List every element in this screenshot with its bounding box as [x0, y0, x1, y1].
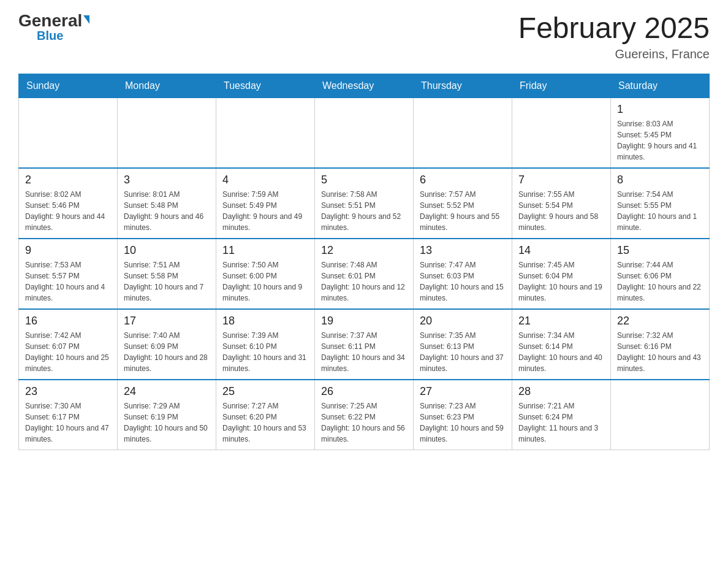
day-number: 16 [25, 315, 111, 327]
day-number: 2 [25, 174, 111, 186]
month-title: February 2025 [518, 12, 710, 45]
day-number: 23 [25, 385, 111, 398]
day-cell [611, 380, 710, 450]
day-cell: 10Sunrise: 7:51 AM Sunset: 5:58 PM Dayli… [118, 239, 216, 309]
day-info: Sunrise: 7:59 AM Sunset: 5:49 PM Dayligh… [222, 189, 308, 233]
day-info: Sunrise: 8:03 AM Sunset: 5:45 PM Dayligh… [617, 118, 703, 163]
week-row-3: 9Sunrise: 7:53 AM Sunset: 5:57 PM Daylig… [19, 239, 710, 309]
day-number: 18 [222, 315, 308, 327]
page-header: General Blue February 2025 Guereins, Fra… [18, 12, 710, 61]
day-number: 6 [420, 174, 506, 186]
day-info: Sunrise: 7:35 AM Sunset: 6:13 PM Dayligh… [420, 330, 506, 374]
day-cell [216, 98, 315, 168]
day-cell: 18Sunrise: 7:39 AM Sunset: 6:10 PM Dayli… [216, 309, 315, 380]
day-number: 10 [124, 244, 210, 257]
day-info: Sunrise: 7:53 AM Sunset: 5:57 PM Dayligh… [25, 259, 111, 304]
day-cell: 25Sunrise: 7:27 AM Sunset: 6:20 PM Dayli… [216, 380, 315, 450]
day-cell: 3Sunrise: 8:01 AM Sunset: 5:48 PM Daylig… [118, 168, 216, 239]
column-header-wednesday: Wednesday [315, 74, 414, 98]
day-cell: 27Sunrise: 7:23 AM Sunset: 6:23 PM Dayli… [414, 380, 512, 450]
logo-blue-text: Blue [37, 29, 63, 42]
week-row-4: 16Sunrise: 7:42 AM Sunset: 6:07 PM Dayli… [19, 309, 710, 380]
day-number: 5 [321, 174, 407, 186]
day-cell [19, 98, 118, 168]
day-info: Sunrise: 7:58 AM Sunset: 5:51 PM Dayligh… [321, 189, 407, 233]
day-cell: 6Sunrise: 7:57 AM Sunset: 5:52 PM Daylig… [414, 168, 512, 239]
day-cell: 16Sunrise: 7:42 AM Sunset: 6:07 PM Dayli… [19, 309, 118, 380]
day-cell: 19Sunrise: 7:37 AM Sunset: 6:11 PM Dayli… [315, 309, 414, 380]
logo-general-text: General [18, 12, 82, 29]
day-number: 3 [124, 174, 210, 186]
day-info: Sunrise: 7:40 AM Sunset: 6:09 PM Dayligh… [124, 330, 210, 374]
day-number: 27 [420, 385, 506, 398]
day-info: Sunrise: 7:25 AM Sunset: 6:22 PM Dayligh… [321, 400, 407, 445]
week-row-1: 1Sunrise: 8:03 AM Sunset: 5:45 PM Daylig… [19, 98, 710, 168]
day-info: Sunrise: 8:02 AM Sunset: 5:46 PM Dayligh… [25, 189, 111, 233]
day-cell: 17Sunrise: 7:40 AM Sunset: 6:09 PM Dayli… [118, 309, 216, 380]
day-cell: 11Sunrise: 7:50 AM Sunset: 6:00 PM Dayli… [216, 239, 315, 309]
day-number: 9 [25, 244, 111, 257]
day-cell: 24Sunrise: 7:29 AM Sunset: 6:19 PM Dayli… [118, 380, 216, 450]
column-header-friday: Friday [512, 74, 611, 98]
day-number: 25 [222, 385, 308, 398]
day-number: 20 [420, 315, 506, 327]
day-number: 7 [518, 174, 604, 186]
day-number: 11 [222, 244, 308, 257]
day-cell [118, 98, 216, 168]
day-number: 17 [124, 315, 210, 327]
day-cell: 13Sunrise: 7:47 AM Sunset: 6:03 PM Dayli… [414, 239, 512, 309]
day-number: 12 [321, 244, 407, 257]
logo: General Blue [18, 12, 89, 42]
day-cell: 26Sunrise: 7:25 AM Sunset: 6:22 PM Dayli… [315, 380, 414, 450]
day-cell: 15Sunrise: 7:44 AM Sunset: 6:06 PM Dayli… [611, 239, 710, 309]
day-cell [512, 98, 611, 168]
day-info: Sunrise: 7:27 AM Sunset: 6:20 PM Dayligh… [222, 400, 308, 445]
calendar-table: SundayMondayTuesdayWednesdayThursdayFrid… [18, 74, 710, 450]
day-number: 26 [321, 385, 407, 398]
column-header-saturday: Saturday [611, 74, 710, 98]
day-cell: 12Sunrise: 7:48 AM Sunset: 6:01 PM Dayli… [315, 239, 414, 309]
day-cell: 21Sunrise: 7:34 AM Sunset: 6:14 PM Dayli… [512, 309, 611, 380]
column-header-monday: Monday [118, 74, 216, 98]
day-info: Sunrise: 7:55 AM Sunset: 5:54 PM Dayligh… [518, 189, 604, 233]
day-info: Sunrise: 7:34 AM Sunset: 6:14 PM Dayligh… [518, 330, 604, 374]
week-row-5: 23Sunrise: 7:30 AM Sunset: 6:17 PM Dayli… [19, 380, 710, 450]
day-number: 22 [617, 315, 703, 327]
day-info: Sunrise: 7:54 AM Sunset: 5:55 PM Dayligh… [617, 189, 703, 233]
day-cell: 5Sunrise: 7:58 AM Sunset: 5:51 PM Daylig… [315, 168, 414, 239]
header-row: SundayMondayTuesdayWednesdayThursdayFrid… [19, 74, 710, 98]
day-cell: 9Sunrise: 7:53 AM Sunset: 5:57 PM Daylig… [19, 239, 118, 309]
day-number: 4 [222, 174, 308, 186]
day-info: Sunrise: 7:32 AM Sunset: 6:16 PM Dayligh… [617, 330, 703, 374]
day-info: Sunrise: 7:45 AM Sunset: 6:04 PM Dayligh… [518, 259, 604, 304]
day-cell: 23Sunrise: 7:30 AM Sunset: 6:17 PM Dayli… [19, 380, 118, 450]
day-number: 21 [518, 315, 604, 327]
day-info: Sunrise: 7:44 AM Sunset: 6:06 PM Dayligh… [617, 259, 703, 304]
day-info: Sunrise: 7:21 AM Sunset: 6:24 PM Dayligh… [518, 400, 604, 445]
day-info: Sunrise: 7:37 AM Sunset: 6:11 PM Dayligh… [321, 330, 407, 374]
day-cell [315, 98, 414, 168]
day-info: Sunrise: 7:23 AM Sunset: 6:23 PM Dayligh… [420, 400, 506, 445]
column-header-tuesday: Tuesday [216, 74, 315, 98]
location-title: Guereins, France [518, 47, 710, 61]
day-info: Sunrise: 7:50 AM Sunset: 6:00 PM Dayligh… [222, 259, 308, 304]
day-cell: 22Sunrise: 7:32 AM Sunset: 6:16 PM Dayli… [611, 309, 710, 380]
day-cell: 7Sunrise: 7:55 AM Sunset: 5:54 PM Daylig… [512, 168, 611, 239]
day-info: Sunrise: 7:39 AM Sunset: 6:10 PM Dayligh… [222, 330, 308, 374]
day-cell [414, 98, 512, 168]
day-number: 8 [617, 174, 703, 186]
day-number: 24 [124, 385, 210, 398]
day-info: Sunrise: 7:29 AM Sunset: 6:19 PM Dayligh… [124, 400, 210, 445]
day-cell: 20Sunrise: 7:35 AM Sunset: 6:13 PM Dayli… [414, 309, 512, 380]
day-info: Sunrise: 7:42 AM Sunset: 6:07 PM Dayligh… [25, 330, 111, 374]
day-number: 15 [617, 244, 703, 257]
day-info: Sunrise: 8:01 AM Sunset: 5:48 PM Dayligh… [124, 189, 210, 233]
day-info: Sunrise: 7:51 AM Sunset: 5:58 PM Dayligh… [124, 259, 210, 304]
title-area: February 2025 Guereins, France [518, 12, 710, 61]
column-header-thursday: Thursday [414, 74, 512, 98]
day-cell: 4Sunrise: 7:59 AM Sunset: 5:49 PM Daylig… [216, 168, 315, 239]
day-number: 19 [321, 315, 407, 327]
day-number: 14 [518, 244, 604, 257]
day-info: Sunrise: 7:48 AM Sunset: 6:01 PM Dayligh… [321, 259, 407, 304]
day-cell: 1Sunrise: 8:03 AM Sunset: 5:45 PM Daylig… [611, 98, 710, 168]
